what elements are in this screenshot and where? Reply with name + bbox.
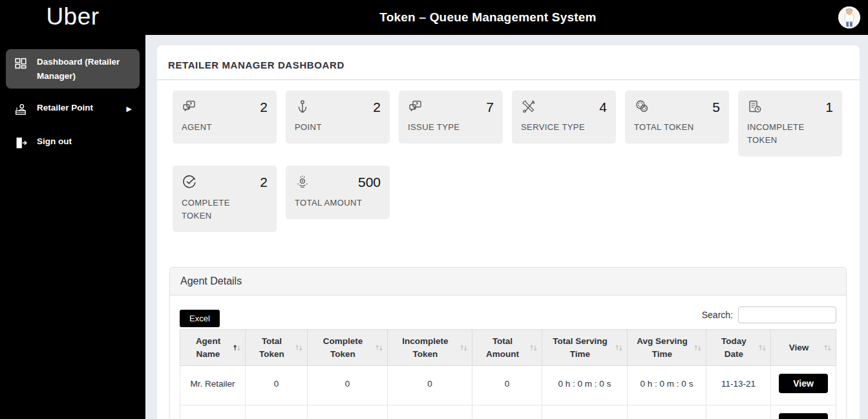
cell-total-serving-time: 0 h : 0 m : 0 s (542, 366, 628, 405)
stat-card-complete-token: 2 COMPLETE TOKEN (173, 166, 277, 231)
stat-value: 500 (358, 174, 381, 190)
uber-logo: Uber (46, 5, 99, 31)
stat-value: 2 (260, 174, 268, 190)
chevron-right-icon: ▶ (127, 103, 132, 115)
stat-value: 2 (373, 99, 381, 115)
column-header-total-serving-time[interactable]: Total Serving Time (542, 329, 628, 365)
column-header-avg-serving-time[interactable]: Avg Serving Time (628, 329, 706, 365)
table-header-row: Agent Name Total Token (180, 329, 836, 365)
sidebar-item-retailer-point[interactable]: Retailer Point ▶ (6, 95, 140, 122)
stat-label: AGENT (182, 121, 268, 134)
sign-out-icon (14, 136, 28, 150)
sort-icon (374, 343, 384, 352)
stat-label: COMPLETE TOKEN (182, 197, 268, 222)
stat-value: 5 (712, 99, 720, 115)
user-avatar-icon (838, 6, 860, 28)
sort-icon (459, 343, 469, 352)
agent-details-title: Agent Details (170, 268, 846, 295)
sort-icon (823, 343, 832, 352)
sort-icon (294, 343, 304, 352)
stat-label: INCOMPLETE TOKEN (747, 121, 833, 147)
stat-label: POINT (295, 121, 381, 134)
cell-view: View (771, 405, 836, 419)
table-row: Mr. Retailer 0 0 0 0 0 h : 0 m : 0 s 0 h… (180, 366, 836, 405)
stat-value: 1 (825, 99, 833, 115)
agent-details-table: Agent Name Total Token (180, 329, 836, 419)
cell-total-token: 3 (246, 405, 308, 419)
stat-label: TOTAL AMOUNT (295, 197, 381, 210)
stat-value: 4 (599, 99, 607, 115)
cell-agent-name: Reatiler4 Num (180, 405, 246, 419)
sidebar-item-label: Sign out (37, 134, 132, 149)
cell-complete-token: 0 (308, 366, 388, 405)
column-header-view[interactable]: View (771, 329, 836, 365)
table-row: Reatiler4 Num 3 2 1 500 0 h : 7 m : 32 s… (180, 405, 836, 419)
app-title: Token – Queue Management System (145, 10, 831, 25)
page-title: RETAILER MANAGER DASHBOARD (168, 59, 344, 70)
stat-card-total-token: 5 TOTAL TOKEN (625, 91, 729, 144)
stat-label: TOTAL TOKEN (634, 121, 720, 134)
column-header-complete-token[interactable]: Complete Token (308, 329, 388, 365)
cell-total-amount: 500 (472, 405, 542, 419)
retailer-point-icon (14, 102, 28, 116)
agent-details-panel: Agent Details Excel Search: (169, 267, 847, 419)
sidebar-item-dashboard[interactable]: Dashboard (Retailer Manager) (6, 49, 140, 89)
cell-avg-serving-time: 0 h : 2 m : 30 s (628, 405, 706, 419)
page-title-row: RETAILER MANAGER DASHBOARD (157, 45, 860, 80)
stat-value: 7 (486, 99, 494, 115)
coins-icon (634, 99, 650, 114)
issue-type-chat-icon (408, 99, 423, 114)
top-header-bar: Uber Token – Queue Management System (0, 0, 868, 35)
user-avatar[interactable] (838, 6, 860, 28)
document-clock-icon (747, 99, 763, 114)
sidebar-item-label: Retailer Point (37, 101, 118, 115)
cell-total-serving-time: 0 h : 7 m : 32 s (542, 405, 628, 419)
stat-card-total-amount: 500 TOTAL AMOUNT (286, 166, 390, 219)
search-input[interactable] (738, 306, 836, 323)
stat-card-service-type: 4 SERVICE TYPE (512, 91, 616, 144)
cell-today-date: 11-13-21 (706, 405, 771, 419)
cell-view: View (771, 366, 836, 405)
stat-card-agent: 2 AGENT (173, 91, 277, 144)
view-button[interactable]: View (779, 413, 828, 419)
excel-export-button[interactable]: Excel (180, 310, 220, 327)
stats-grid: 2 AGENT 2 POINT (157, 80, 860, 232)
sidebar-item-label: Dashboard (Retailer Manager) (37, 55, 132, 83)
cell-avg-serving-time: 0 h : 0 m : 0 s (628, 366, 706, 405)
cell-total-token: 0 (246, 366, 308, 405)
point-pen-icon (295, 99, 310, 114)
sort-icon (693, 343, 703, 352)
stat-card-point: 2 POINT (286, 91, 390, 144)
sort-icon (529, 343, 538, 352)
stat-value: 2 (260, 99, 268, 115)
sort-icon-asc-active (232, 343, 242, 352)
stat-card-issue-type: 7 ISSUE TYPE (399, 91, 503, 144)
money-icon (295, 174, 310, 189)
cell-complete-token: 2 (308, 405, 388, 419)
stat-label: ISSUE TYPE (408, 121, 494, 134)
agent-chat-icon (182, 99, 197, 114)
column-header-incomplete-token[interactable]: Incomplete Token (388, 329, 472, 365)
sidebar-item-sign-out[interactable]: Sign out (6, 129, 140, 156)
view-button[interactable]: View (779, 374, 828, 393)
sort-icon (757, 343, 767, 352)
sidebar-nav: Dashboard (Retailer Manager) Retailer Po… (0, 35, 145, 419)
cell-today-date: 11-13-21 (706, 366, 771, 405)
column-header-total-amount[interactable]: Total Amount (472, 329, 542, 365)
dashboard-card: RETAILER MANAGER DASHBOARD 2 (157, 45, 860, 419)
cell-agent-name: Mr. Retailer (180, 366, 246, 405)
column-header-agent-name[interactable]: Agent Name (180, 329, 246, 365)
brand-logo-box: Uber (0, 5, 145, 31)
sort-icon (614, 343, 624, 352)
stat-label: SERVICE TYPE (521, 121, 607, 134)
column-header-total-token[interactable]: Total Token (246, 329, 308, 365)
search-label: Search: (702, 310, 733, 320)
main-content: RETAILER MANAGER DASHBOARD 2 (145, 35, 868, 419)
cell-incomplete-token: 1 (388, 405, 472, 419)
cell-incomplete-token: 0 (388, 366, 472, 405)
cell-total-amount: 0 (472, 366, 542, 405)
dashboard-grid-icon (14, 56, 28, 70)
column-header-today-date[interactable]: Today Date (706, 329, 771, 365)
check-circle-icon (182, 174, 197, 189)
stat-card-incomplete-token: 1 INCOMPLETE TOKEN (738, 91, 842, 156)
